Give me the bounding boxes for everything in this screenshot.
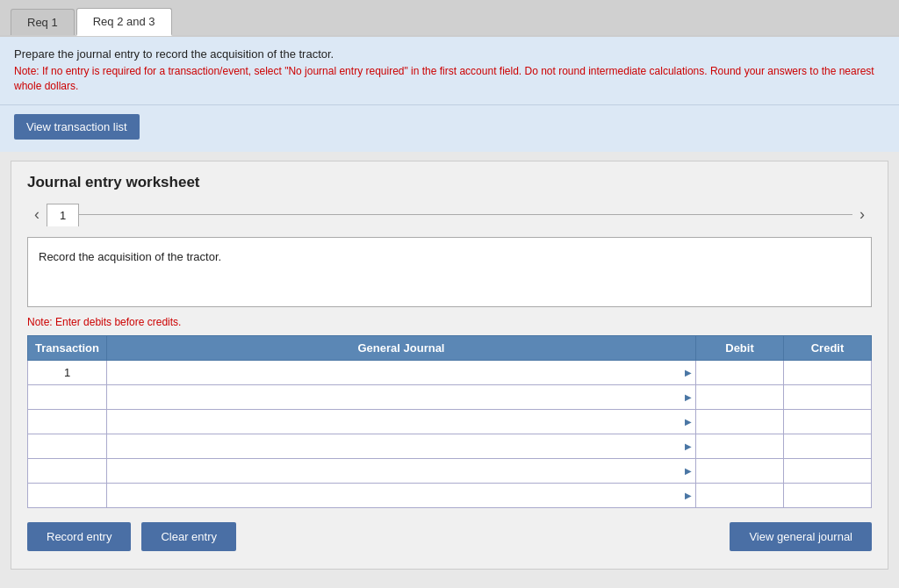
col-header-general: General Journal	[107, 335, 696, 360]
input-general-3[interactable]	[107, 434, 695, 458]
input-general-2[interactable]	[107, 410, 695, 434]
input-credit-5[interactable]	[784, 484, 871, 507]
info-box: Prepare the journal entry to record the …	[0, 37, 899, 105]
col-header-debit: Debit	[696, 335, 784, 360]
cell-debit-0[interactable]	[696, 360, 784, 384]
input-general-5[interactable]	[107, 484, 695, 507]
input-credit-4[interactable]	[784, 459, 871, 483]
input-credit-3[interactable]	[784, 434, 871, 458]
clear-entry-button[interactable]: Clear entry	[141, 522, 236, 551]
cell-transaction-2	[28, 409, 107, 434]
input-debit-4[interactable]	[696, 459, 783, 483]
cell-credit-3[interactable]	[784, 434, 872, 458]
input-debit-3[interactable]	[696, 434, 783, 458]
cell-general-3[interactable]: ▶	[107, 434, 696, 458]
input-debit-2[interactable]	[696, 410, 783, 434]
input-credit-2[interactable]	[784, 410, 871, 434]
info-note-text: Note: If no entry is required for a tran…	[14, 64, 885, 94]
cell-credit-1[interactable]	[784, 384, 872, 409]
tab-req1[interactable]: Req 1	[11, 9, 75, 35]
cell-debit-1[interactable]	[696, 384, 784, 409]
cell-debit-2[interactable]	[696, 409, 784, 434]
view-transaction-button[interactable]: View transaction list	[14, 114, 140, 140]
cell-transaction-4	[28, 458, 107, 483]
cell-general-2[interactable]: ▶	[107, 409, 696, 434]
cell-transaction-0: 1	[28, 360, 107, 384]
note-debits: Note: Enter debits before credits.	[27, 316, 872, 328]
col-header-credit: Credit	[784, 335, 872, 360]
next-page-button[interactable]: ›	[852, 204, 872, 226]
input-debit-5[interactable]	[696, 484, 783, 507]
worksheet-title: Journal entry worksheet	[27, 174, 872, 191]
record-entry-button[interactable]: Record entry	[27, 522, 131, 551]
input-general-4[interactable]	[107, 459, 695, 483]
table-row: 1▶	[28, 360, 872, 384]
input-credit-0[interactable]	[784, 361, 871, 384]
table-row: ▶	[28, 384, 872, 409]
page-number: 1	[47, 204, 79, 226]
tab-req2[interactable]: Req 2 and 3	[76, 8, 172, 36]
table-row: ▶	[28, 409, 872, 434]
cell-credit-0[interactable]	[784, 360, 872, 384]
input-general-1[interactable]	[107, 385, 695, 409]
nav-line	[79, 214, 852, 215]
cell-transaction-1	[28, 384, 107, 409]
journal-table: Transaction General Journal Debit Credit…	[27, 335, 872, 508]
table-row: ▶	[28, 458, 872, 483]
cell-credit-4[interactable]	[784, 458, 872, 483]
col-header-transaction: Transaction	[28, 335, 107, 360]
cell-debit-5[interactable]	[696, 483, 784, 507]
bottom-buttons: Record entry Clear entry View general jo…	[27, 522, 872, 551]
cell-general-4[interactable]: ▶	[107, 458, 696, 483]
page-nav: ‹ 1 ›	[27, 204, 872, 226]
input-debit-1[interactable]	[696, 385, 783, 409]
cell-general-1[interactable]: ▶	[107, 384, 696, 409]
cell-general-5[interactable]: ▶	[107, 483, 696, 507]
prev-page-button[interactable]: ‹	[27, 204, 47, 226]
cell-general-0[interactable]: ▶	[107, 360, 696, 384]
worksheet-container: Journal entry worksheet ‹ 1 › Record the…	[11, 161, 888, 570]
cell-credit-5[interactable]	[784, 483, 872, 507]
view-general-journal-button[interactable]: View general journal	[730, 522, 872, 551]
cell-debit-3[interactable]	[696, 434, 784, 458]
description-box: Record the acquisition of the tractor.	[27, 237, 872, 307]
cell-debit-4[interactable]	[696, 458, 784, 483]
cell-transaction-5	[28, 483, 107, 507]
table-row: ▶	[28, 434, 872, 458]
action-bar: View transaction list	[0, 105, 899, 152]
input-debit-0[interactable]	[696, 361, 783, 384]
input-credit-1[interactable]	[784, 385, 871, 409]
input-general-0[interactable]	[107, 361, 695, 384]
tabs-bar: Req 1 Req 2 and 3	[0, 0, 899, 37]
cell-transaction-3	[28, 434, 107, 458]
info-main-text: Prepare the journal entry to record the …	[14, 47, 885, 61]
table-row: ▶	[28, 483, 872, 507]
cell-credit-2[interactable]	[784, 409, 872, 434]
